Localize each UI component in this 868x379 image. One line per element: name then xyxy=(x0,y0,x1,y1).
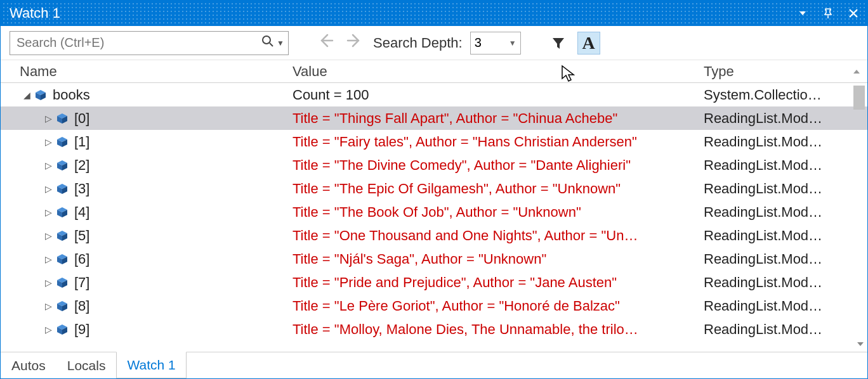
row-value: Title = "Molloy, Malone Dies, The Unnama… xyxy=(293,321,704,338)
scroll-up-icon[interactable] xyxy=(852,63,861,80)
chevron-down-icon: ▼ xyxy=(509,39,516,48)
row-name: [1] xyxy=(74,134,89,150)
expand-icon[interactable]: ▷ xyxy=(41,231,55,241)
watch-row[interactable]: ▷[4]Title = "The Book Of Job", Author = … xyxy=(1,200,867,224)
search-icon[interactable] xyxy=(261,35,274,51)
expand-icon[interactable]: ▷ xyxy=(41,254,55,264)
row-type: ReadingList.Mod… xyxy=(704,251,867,267)
expand-icon[interactable]: ▷ xyxy=(41,137,55,147)
search-depth-value: 3 xyxy=(475,35,482,50)
bottom-tabs: AutosLocalsWatch 1 xyxy=(1,352,867,378)
row-value: Title = "The Divine Comedy", Author = "D… xyxy=(293,157,704,174)
row-value: Title = "Pride and Prejudice", Author = … xyxy=(293,274,704,291)
row-name: [4] xyxy=(74,204,89,221)
expand-icon[interactable]: ▷ xyxy=(41,301,55,311)
search-input[interactable] xyxy=(16,35,261,50)
watch-grid: ◢booksCount = 100System.Collectio…▷[0]Ti… xyxy=(1,83,867,352)
object-icon xyxy=(55,299,69,313)
row-value: Title = "Njál's Saga", Author = "Unknown… xyxy=(293,251,704,267)
scroll-thumb[interactable] xyxy=(853,86,865,110)
object-icon xyxy=(34,88,48,102)
object-icon xyxy=(55,229,69,243)
watch-row[interactable]: ▷[2]Title = "The Divine Comedy", Author … xyxy=(1,153,867,177)
expand-icon[interactable]: ▷ xyxy=(41,278,55,288)
row-value: Title = "The Book Of Job", Author = "Unk… xyxy=(293,204,704,221)
row-name: [3] xyxy=(74,181,89,197)
close-icon[interactable] xyxy=(845,4,862,22)
watch-row-root[interactable]: ◢booksCount = 100System.Collectio… xyxy=(1,83,867,106)
row-type: ReadingList.Mod… xyxy=(704,110,867,127)
text-visualizer-button[interactable]: A xyxy=(577,32,600,55)
watch-row[interactable]: ▷[8]Title = "Le Père Goriot", Author = "… xyxy=(1,294,867,318)
row-name: books xyxy=(53,87,90,103)
row-type: ReadingList.Mod… xyxy=(704,321,867,338)
watch-row[interactable]: ▷[0]Title = "Things Fall Apart", Author … xyxy=(1,106,867,130)
toolbar: ▼ Search Depth: 3 ▼ A xyxy=(1,26,867,60)
pin-icon[interactable] xyxy=(819,4,837,22)
expand-icon[interactable]: ▷ xyxy=(41,113,55,124)
watch-row[interactable]: ▷[1]Title = "Fairy tales", Author = "Han… xyxy=(1,130,867,153)
column-header-name[interactable]: Name xyxy=(20,63,293,80)
row-value: Title = "Le Père Goriot", Author = "Hono… xyxy=(293,298,704,314)
row-value: Title = "Things Fall Apart", Author = "C… xyxy=(293,110,704,127)
scrollbar[interactable] xyxy=(853,83,865,352)
column-header-value[interactable]: Value xyxy=(293,63,704,80)
collapse-icon[interactable]: ◢ xyxy=(20,90,34,100)
row-type: ReadingList.Mod… xyxy=(704,298,867,314)
object-icon xyxy=(55,276,69,290)
object-icon xyxy=(55,182,69,196)
row-value: Title = "The Epic Of Gilgamesh", Author … xyxy=(293,181,704,197)
titlebar-texture xyxy=(1,1,867,26)
row-name: [8] xyxy=(74,298,89,314)
scroll-down-icon[interactable] xyxy=(856,337,865,352)
watch-row[interactable]: ▷[6]Title = "Njál's Saga", Author = "Unk… xyxy=(1,247,867,271)
row-type: ReadingList.Mod… xyxy=(704,204,867,221)
watch-row[interactable]: ▷[5]Title = "One Thousand and One Nights… xyxy=(1,224,867,247)
row-name: [5] xyxy=(74,228,89,244)
expand-icon[interactable]: ▷ xyxy=(41,184,55,194)
expand-icon[interactable]: ▷ xyxy=(41,207,55,217)
watch-row[interactable]: ▷[7]Title = "Pride and Prejudice", Autho… xyxy=(1,271,867,294)
text-a-icon: A xyxy=(582,33,595,53)
object-icon xyxy=(55,205,69,219)
object-icon xyxy=(55,112,69,125)
row-value: Count = 100 xyxy=(293,87,704,103)
row-type: System.Collectio… xyxy=(704,87,867,103)
svg-point-0 xyxy=(263,36,270,44)
row-type: ReadingList.Mod… xyxy=(704,274,867,291)
tab-watch 1[interactable]: Watch 1 xyxy=(116,352,186,378)
watch-row[interactable]: ▷[3]Title = "The Epic Of Gilgamesh", Aut… xyxy=(1,177,867,200)
row-name: [9] xyxy=(74,321,89,338)
grid-header: Name Value Type xyxy=(1,60,867,83)
row-name: [0] xyxy=(74,110,89,127)
expand-icon[interactable]: ▷ xyxy=(41,324,55,335)
search-depth-select[interactable]: 3 ▼ xyxy=(470,32,521,55)
window-menu-icon[interactable] xyxy=(794,4,812,22)
row-name: [2] xyxy=(74,157,89,174)
nav-back-icon[interactable] xyxy=(315,32,336,53)
object-icon xyxy=(55,135,69,149)
tab-locals[interactable]: Locals xyxy=(56,352,117,378)
window-title: Watch 1 xyxy=(10,5,60,22)
search-depth-label: Search Depth: xyxy=(373,35,463,51)
search-input-wrapper[interactable]: ▼ xyxy=(10,31,289,55)
object-icon xyxy=(55,158,69,172)
expand-icon[interactable]: ▷ xyxy=(41,160,55,170)
tab-autos[interactable]: Autos xyxy=(1,352,56,378)
column-header-type[interactable]: Type xyxy=(704,63,867,80)
row-type: ReadingList.Mod… xyxy=(704,181,867,197)
watch-row[interactable]: ▷[9]Title = "Molloy, Malone Dies, The Un… xyxy=(1,318,867,341)
object-icon xyxy=(55,252,69,266)
row-name: [6] xyxy=(74,251,89,267)
search-dropdown-icon[interactable]: ▼ xyxy=(277,39,284,48)
titlebar: Watch 1 xyxy=(1,1,867,26)
object-icon xyxy=(55,323,69,337)
row-type: ReadingList.Mod… xyxy=(704,157,867,174)
row-type: ReadingList.Mod… xyxy=(704,134,867,150)
row-value: Title = "Fairy tales", Author = "Hans Ch… xyxy=(293,134,704,150)
row-type: ReadingList.Mod… xyxy=(704,228,867,244)
row-value: Title = "One Thousand and One Nights", A… xyxy=(293,228,704,244)
row-name: [7] xyxy=(74,274,89,291)
nav-forward-icon[interactable] xyxy=(344,32,365,53)
filter-button[interactable] xyxy=(547,32,570,55)
